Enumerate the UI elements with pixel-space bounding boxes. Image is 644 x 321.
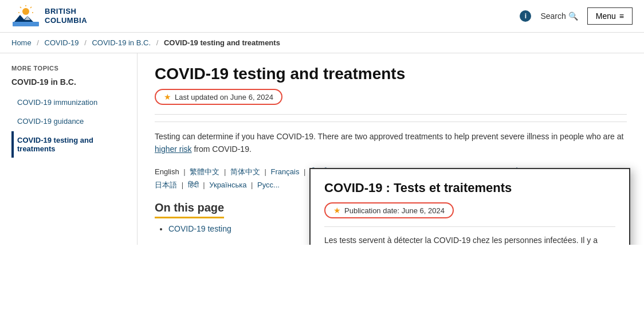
lang-hindi[interactable]: हिंदी — [188, 181, 199, 189]
star-icon: ★ — [164, 92, 171, 101]
on-this-page-testing-link[interactable]: COVID-19 testing — [168, 224, 231, 233]
sidebar-item-immunization[interactable]: COVID-19 immunization — [11, 93, 131, 111]
breadcrumb-covid19-bc[interactable]: COVID-19 in B.C. — [92, 38, 151, 47]
svg-line-4 — [20, 7, 21, 8]
search-button[interactable]: Search 🔍 — [540, 11, 578, 21]
sidebar-item-testing[interactable]: COVID-19 testing and treatments — [11, 131, 131, 158]
popup-title: COVID-19 : Tests et traitements — [324, 181, 615, 195]
sidebar: MORE TOPICS COVID-19 in B.C. COVID-19 im… — [0, 53, 138, 245]
page-description: Testing can determine if you have COVID-… — [155, 122, 627, 156]
pub-date-badge: ★ Publication date: June 6, 2024 — [324, 202, 454, 218]
popup-divider — [324, 226, 615, 227]
last-updated-text: Last updated on June 6, 2024 — [175, 93, 273, 101]
sidebar-more-topics-label: MORE TOPICS — [11, 65, 131, 72]
menu-button[interactable]: Menu ≡ — [587, 7, 633, 25]
page-title: COVID-19 testing and treatments — [155, 65, 627, 83]
svg-rect-7 — [13, 22, 39, 26]
popup-star-icon: ★ — [333, 206, 341, 215]
breadcrumb-covid19[interactable]: COVID-19 — [45, 38, 79, 47]
breadcrumb-sep-2: / — [84, 38, 87, 47]
lang-ukrainian[interactable]: Українська — [209, 181, 246, 189]
menu-label: Menu — [596, 11, 616, 21]
breadcrumb-current: COVID-19 testing and treatments — [164, 38, 280, 47]
lang-simplified-chinese[interactable]: 简体中文 — [230, 167, 260, 176]
menu-icon: ≡ — [619, 11, 624, 21]
lang-russian[interactable]: Русс... — [257, 181, 280, 189]
logo-area: British Columbia — [11, 5, 87, 28]
breadcrumb-sep-3: / — [156, 38, 159, 47]
header: British Columbia i Search 🔍 Menu ≡ — [0, 0, 644, 33]
sidebar-item-guidance[interactable]: COVID-19 guidance — [11, 112, 131, 130]
higher-risk-link[interactable]: higher risk — [155, 144, 192, 154]
bc-logo-icon — [11, 5, 40, 28]
svg-marker-6 — [14, 15, 33, 22]
lang-japanese[interactable]: 日本語 — [155, 181, 177, 189]
main-layout: MORE TOPICS COVID-19 in B.C. COVID-19 im… — [0, 53, 644, 245]
logo-text: British Columbia — [45, 7, 87, 25]
breadcrumb-sep-1: / — [37, 38, 39, 47]
search-label: Search — [540, 11, 566, 21]
sidebar-section-title: COVID-19 in B.C. — [11, 77, 131, 87]
lang-traditional-chinese[interactable]: 繁體中文 — [190, 167, 219, 176]
svg-line-2 — [30, 7, 32, 8]
pub-date-text: Publication date: June 6, 2024 — [344, 206, 445, 215]
breadcrumb: Home / COVID-19 / COVID-19 in B.C. / COV… — [0, 33, 644, 53]
search-icon: 🔍 — [568, 11, 578, 21]
breadcrumb-home[interactable]: Home — [11, 38, 32, 47]
french-popup: COVID-19 : Tests et traitements ★ Public… — [309, 168, 630, 245]
popup-description: Les tests servent à détecter la COVID-19… — [324, 234, 615, 245]
last-updated-badge: ★ Last updated on June 6, 2024 — [155, 89, 282, 105]
main-content: COVID-19 testing and treatments ★ Last u… — [138, 53, 644, 245]
info-icon[interactable]: i — [520, 10, 531, 22]
on-this-page-title: On this page — [155, 201, 224, 218]
header-right: i Search 🔍 Menu ≡ — [520, 7, 633, 25]
svg-point-0 — [22, 8, 29, 15]
lang-french[interactable]: Français — [271, 167, 300, 176]
